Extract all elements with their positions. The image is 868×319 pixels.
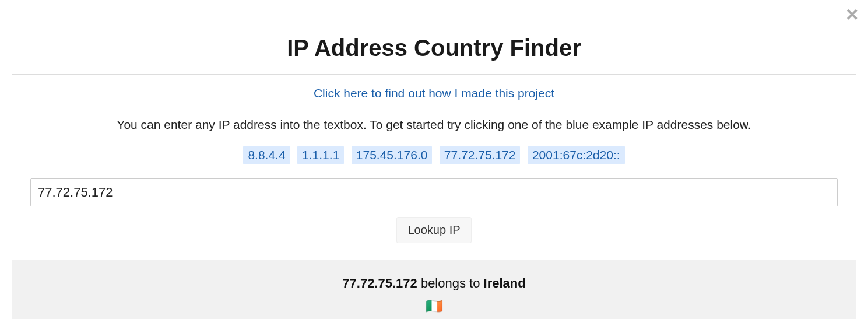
result-country: Ireland: [484, 276, 526, 290]
blog-link-line: Click here to find out how I made this p…: [12, 86, 856, 100]
result-panel: 77.72.75.172 belongs to Ireland 🇮🇪: [12, 260, 856, 319]
example-ip-list: 8.8.4.4 1.1.1.1 175.45.176.0 77.72.75.17…: [12, 146, 856, 164]
example-ip-chip[interactable]: 175.45.176.0: [352, 146, 433, 164]
result-text: 77.72.75.172 belongs to Ireland: [23, 276, 845, 291]
ip-address-input[interactable]: [30, 178, 838, 206]
close-icon[interactable]: ✕: [845, 7, 859, 23]
lookup-ip-button[interactable]: Lookup IP: [396, 217, 471, 243]
result-ip: 77.72.75.172: [342, 276, 417, 290]
result-middle: belongs to: [417, 276, 484, 290]
example-ip-chip[interactable]: 77.72.75.172: [440, 146, 521, 164]
example-ip-chip[interactable]: 1.1.1.1: [297, 146, 344, 164]
flag-icon: 🇮🇪: [23, 298, 845, 314]
example-ip-chip[interactable]: 2001:67c:2d20::: [528, 146, 625, 164]
instructions-text: You can enter any IP address into the te…: [12, 118, 856, 132]
example-ip-chip[interactable]: 8.8.4.4: [243, 146, 290, 164]
blog-link[interactable]: Click here to find out how I made this p…: [314, 86, 554, 100]
divider: [12, 74, 856, 75]
page-title: IP Address Country Finder: [12, 35, 856, 61]
